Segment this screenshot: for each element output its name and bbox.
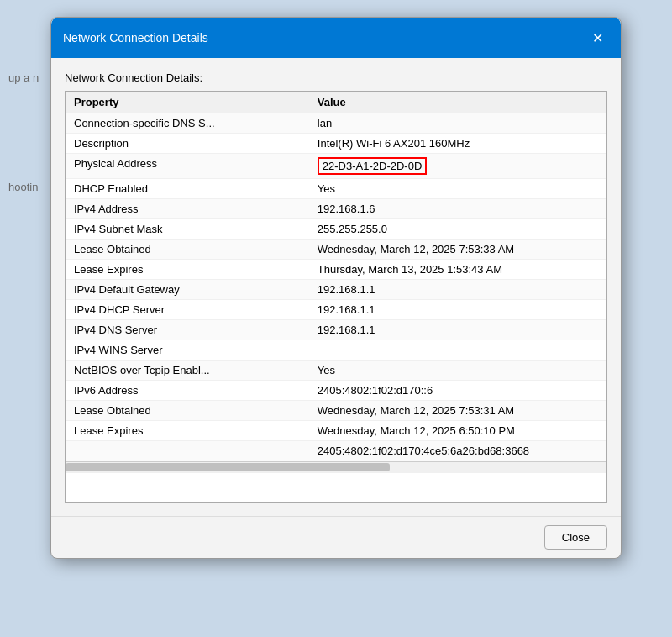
value-cell: Thursday, March 13, 2025 1:53:43 AM	[309, 260, 606, 280]
close-x-button[interactable]: ✕	[585, 26, 609, 50]
col-value-header: Value	[309, 92, 606, 113]
table-row: Lease ObtainedWednesday, March 12, 2025 …	[66, 240, 606, 260]
property-cell: IPv6 Address	[66, 381, 309, 401]
table-row: IPv4 Address192.168.1.6	[66, 199, 606, 219]
details-table: Property Value Connection-specific DNS S…	[66, 92, 606, 461]
dialog-titlebar: Network Connection Details ✕	[51, 18, 621, 58]
property-cell: DHCP Enabled	[66, 179, 309, 199]
property-cell: NetBIOS over Tcpip Enabl...	[66, 361, 309, 381]
property-cell: Connection-specific DNS S...	[66, 113, 309, 134]
table-row: NetBIOS over Tcpip Enabl...Yes	[66, 361, 606, 381]
table-row: Lease ObtainedWednesday, March 12, 2025 …	[66, 401, 606, 421]
property-cell: IPv4 Subnet Mask	[66, 219, 309, 240]
value-cell: 192.168.1.6	[309, 199, 606, 219]
table-row: IPv6 Address2405:4802:1f02:d170::6	[66, 381, 606, 401]
dialog-footer: Close	[51, 516, 621, 558]
property-cell: Lease Expires	[66, 260, 309, 280]
dialog-title: Network Connection Details	[63, 31, 208, 45]
value-cell: 192.168.1.1	[309, 300, 606, 320]
value-cell: Intel(R) Wi-Fi 6 AX201 160MHz	[309, 134, 606, 154]
value-cell: Yes	[309, 179, 606, 199]
table-row: Lease ExpiresWednesday, March 12, 2025 6…	[66, 421, 606, 441]
table-row: Connection-specific DNS S...lan	[66, 113, 606, 134]
value-cell: Wednesday, March 12, 2025 7:53:31 AM	[309, 401, 606, 421]
value-cell	[309, 340, 606, 361]
details-table-container[interactable]: Property Value Connection-specific DNS S…	[65, 91, 607, 503]
value-cell: 2405:4802:1f02:d170::6	[309, 381, 606, 401]
close-button[interactable]: Close	[544, 525, 607, 550]
table-row: Lease ExpiresThursday, March 13, 2025 1:…	[66, 260, 606, 280]
property-cell: IPv4 WINS Server	[66, 340, 309, 361]
property-cell: IPv4 Default Gateway	[66, 280, 309, 300]
highlighted-mac-address: 22-D3-A1-2D-2D-0D	[318, 157, 427, 175]
dialog-body: Network Connection Details: Property Val…	[51, 58, 621, 516]
value-cell: 255.255.255.0	[309, 219, 606, 240]
table-row: DHCP EnabledYes	[66, 179, 606, 199]
property-cell	[66, 441, 309, 461]
property-cell: Physical Address	[66, 154, 309, 179]
value-cell: Wednesday, March 12, 2025 7:53:33 AM	[309, 240, 606, 260]
value-cell: 2405:4802:1f02:d170:4ce5:6a26:bd68:3668	[309, 441, 606, 461]
table-row: Physical Address22-D3-A1-2D-2D-0D	[66, 154, 606, 179]
property-cell: Description	[66, 134, 309, 154]
table-row: IPv4 Default Gateway192.168.1.1	[66, 280, 606, 300]
table-row: DescriptionIntel(R) Wi-Fi 6 AX201 160MHz	[66, 134, 606, 154]
property-cell: Lease Expires	[66, 421, 309, 441]
value-cell: 22-D3-A1-2D-2D-0D	[309, 154, 606, 179]
horizontal-scrollbar-thumb	[66, 463, 390, 471]
table-row: 2405:4802:1f02:d170:4ce5:6a26:bd68:3668	[66, 441, 606, 461]
property-cell: IPv4 DNS Server	[66, 320, 309, 340]
section-label: Network Connection Details:	[65, 71, 607, 84]
col-property-header: Property	[66, 92, 309, 113]
table-row: IPv4 DHCP Server192.168.1.1	[66, 300, 606, 320]
horizontal-scrollbar[interactable]	[66, 461, 606, 473]
property-cell: Lease Obtained	[66, 401, 309, 421]
property-cell: IPv4 DHCP Server	[66, 300, 309, 320]
network-details-dialog: Network Connection Details ✕ Network Con…	[50, 17, 622, 559]
value-cell: Yes	[309, 361, 606, 381]
value-cell: 192.168.1.1	[309, 320, 606, 340]
value-cell: 192.168.1.1	[309, 280, 606, 300]
table-row: IPv4 DNS Server192.168.1.1	[66, 320, 606, 340]
table-row: IPv4 Subnet Mask255.255.255.0	[66, 219, 606, 240]
property-cell: Lease Obtained	[66, 240, 309, 260]
property-cell: IPv4 Address	[66, 199, 309, 219]
value-cell: Wednesday, March 12, 2025 6:50:10 PM	[309, 421, 606, 441]
value-cell: lan	[309, 113, 606, 134]
table-row: IPv4 WINS Server	[66, 340, 606, 361]
